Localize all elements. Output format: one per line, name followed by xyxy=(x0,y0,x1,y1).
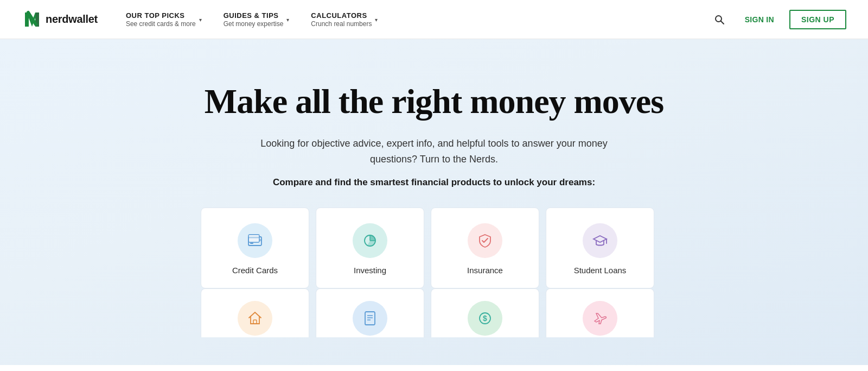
card-student-loans[interactable]: Student Loans xyxy=(546,207,654,288)
hero-title: Make all the right money moves xyxy=(205,83,663,121)
card-travel[interactable] xyxy=(546,288,654,337)
chevron-down-icon: ▾ xyxy=(375,17,378,23)
svg-rect-17 xyxy=(365,312,375,325)
sign-up-button[interactable]: SIGN UP xyxy=(789,10,846,29)
nav-right: SIGN IN SIGN UP xyxy=(709,9,846,30)
svg-line-5 xyxy=(720,21,724,24)
card-personal-finance[interactable] xyxy=(316,288,424,337)
nav-guides-subtitle: Get money expertise xyxy=(224,20,284,28)
credit-card-icon xyxy=(247,232,263,249)
banking-icon-circle: $ xyxy=(468,301,502,336)
credit-cards-label: Credit Cards xyxy=(232,266,278,275)
credit-cards-icon-circle xyxy=(238,223,272,258)
logo-text: nerdwallet xyxy=(46,13,98,26)
travel-icon-circle xyxy=(583,301,617,336)
hero-section: Make all the right money moves Looking f… xyxy=(0,39,868,365)
svg-rect-16 xyxy=(253,320,257,324)
insurance-icon-circle xyxy=(468,223,502,258)
navbar: nerdwallet OUR TOP PICKS See credit card… xyxy=(0,0,868,39)
product-cards-row2: $ xyxy=(201,288,667,337)
personal-finance-icon-circle xyxy=(353,301,387,336)
chevron-down-icon: ▾ xyxy=(286,17,289,23)
pie-chart-icon xyxy=(362,232,378,249)
product-cards-row1: Credit Cards Investing xyxy=(201,207,667,288)
card-insurance[interactable]: Insurance xyxy=(431,207,539,288)
hero-subtitle: Looking for objective advice, expert inf… xyxy=(250,136,618,167)
nav-item-calculators[interactable]: CALCULATORS Crunch real numbers ▾ xyxy=(300,0,388,39)
card-credit-cards[interactable]: Credit Cards xyxy=(201,207,309,288)
card-investing[interactable]: Investing xyxy=(316,207,424,288)
shield-icon xyxy=(477,232,493,249)
investing-icon-circle xyxy=(353,223,387,258)
nav-top-picks-subtitle: See credit cards & more xyxy=(126,20,196,28)
search-button[interactable] xyxy=(709,9,730,30)
document-icon xyxy=(362,310,378,326)
student-loans-label: Student Loans xyxy=(574,266,627,275)
svg-rect-8 xyxy=(250,243,253,244)
svg-rect-10 xyxy=(248,237,259,238)
nav-calculators-subtitle: Crunch real numbers xyxy=(311,20,372,28)
chevron-down-icon: ▾ xyxy=(199,17,202,23)
house-icon xyxy=(247,310,263,326)
sign-in-button[interactable]: SIGN IN xyxy=(736,11,783,28)
card-banking[interactable]: $ xyxy=(431,288,539,337)
plane-icon xyxy=(592,310,608,326)
svg-marker-14 xyxy=(593,236,607,242)
logo-link[interactable]: nerdwallet xyxy=(22,9,98,30)
graduation-icon xyxy=(592,232,608,249)
home-icon-circle xyxy=(238,301,272,336)
insurance-label: Insurance xyxy=(467,266,503,275)
nav-calculators-title: CALCULATORS xyxy=(311,11,372,20)
nav-item-top-picks[interactable]: OUR TOP PICKS See credit cards & more ▾ xyxy=(115,0,213,39)
card-home[interactable] xyxy=(201,288,309,337)
nav-top-picks-title: OUR TOP PICKS xyxy=(126,11,196,20)
student-loans-icon-circle xyxy=(583,223,617,258)
search-icon xyxy=(714,14,725,25)
nav-guides-title: GUIDES & TIPS xyxy=(224,11,284,20)
svg-text:$: $ xyxy=(483,314,487,323)
hero-cta: Compare and find the smartest financial … xyxy=(273,177,595,188)
nav-item-guides-tips[interactable]: GUIDES & TIPS Get money expertise ▾ xyxy=(213,0,301,39)
dollar-icon: $ xyxy=(477,310,493,326)
investing-label: Investing xyxy=(354,266,386,275)
nav-items: OUR TOP PICKS See credit cards & more ▾ … xyxy=(115,0,709,39)
logo-icon xyxy=(22,9,42,30)
